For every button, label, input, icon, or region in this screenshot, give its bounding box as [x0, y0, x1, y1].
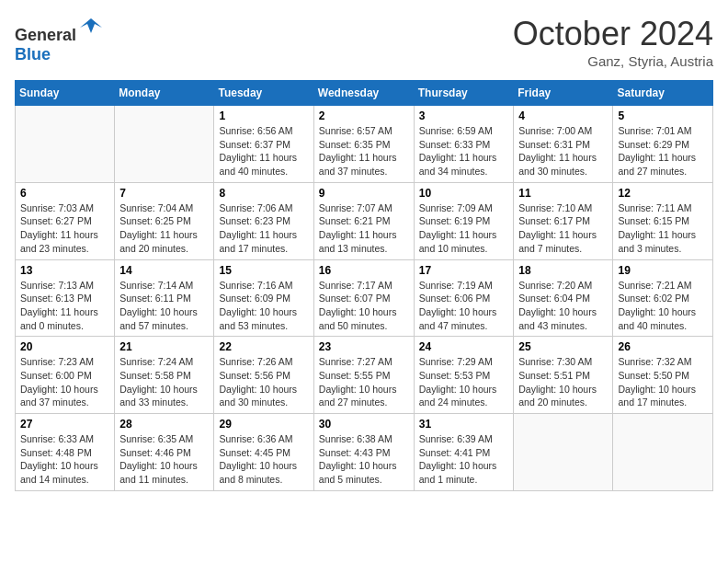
day-info: Sunrise: 7:32 AM Sunset: 5:50 PM Dayligh… [618, 355, 708, 409]
day-info: Sunrise: 7:13 AM Sunset: 6:13 PM Dayligh… [20, 279, 109, 333]
calendar-cell: 13Sunrise: 7:13 AM Sunset: 6:13 PM Dayli… [16, 259, 115, 337]
page-header: General Blue October 2024 Ganz, Styria, … [15, 15, 713, 69]
day-number: 8 [219, 187, 308, 200]
day-number: 19 [618, 264, 708, 277]
day-number: 11 [518, 187, 608, 200]
title-block: October 2024 Ganz, Styria, Austria [513, 15, 713, 69]
day-number: 10 [419, 187, 509, 200]
day-info: Sunrise: 6:57 AM Sunset: 6:35 PM Dayligh… [319, 124, 409, 178]
day-info: Sunrise: 7:24 AM Sunset: 5:58 PM Dayligh… [119, 355, 209, 409]
logo-blue: Blue [15, 45, 51, 63]
day-number: 27 [20, 418, 109, 431]
day-number: 12 [618, 187, 708, 200]
calendar-cell: 5Sunrise: 7:01 AM Sunset: 6:29 PM Daylig… [613, 106, 713, 183]
weekday-header: Friday [514, 81, 613, 106]
day-number: 4 [518, 109, 608, 122]
weekday-header: Thursday [414, 81, 514, 106]
day-number: 17 [419, 264, 509, 277]
day-number: 5 [618, 109, 708, 122]
calendar-week-row: 20Sunrise: 7:23 AM Sunset: 6:00 PM Dayli… [16, 337, 713, 414]
calendar-cell: 15Sunrise: 7:16 AM Sunset: 6:09 PM Dayli… [214, 259, 313, 337]
day-number: 6 [20, 187, 109, 200]
calendar-cell [16, 106, 115, 183]
day-number: 15 [219, 264, 308, 277]
calendar-cell: 22Sunrise: 7:26 AM Sunset: 5:56 PM Dayli… [214, 337, 313, 414]
day-info: Sunrise: 7:11 AM Sunset: 6:15 PM Dayligh… [618, 201, 708, 256]
day-info: Sunrise: 6:33 AM Sunset: 4:48 PM Dayligh… [20, 432, 109, 487]
calendar-cell [115, 106, 214, 183]
day-info: Sunrise: 7:30 AM Sunset: 5:51 PM Dayligh… [518, 355, 608, 409]
calendar-cell: 25Sunrise: 7:30 AM Sunset: 5:51 PM Dayli… [514, 337, 613, 414]
calendar-cell: 31Sunrise: 6:39 AM Sunset: 4:41 PM Dayli… [414, 414, 514, 491]
calendar-cell: 23Sunrise: 7:27 AM Sunset: 5:55 PM Dayli… [313, 337, 414, 414]
day-info: Sunrise: 7:17 AM Sunset: 6:07 PM Dayligh… [319, 279, 409, 333]
day-number: 26 [618, 340, 708, 353]
day-info: Sunrise: 6:36 AM Sunset: 4:45 PM Dayligh… [219, 432, 308, 487]
day-number: 31 [419, 418, 509, 431]
calendar-cell: 4Sunrise: 7:00 AM Sunset: 6:31 PM Daylig… [514, 106, 613, 183]
day-info: Sunrise: 7:07 AM Sunset: 6:21 PM Dayligh… [319, 201, 409, 256]
day-number: 18 [518, 264, 608, 277]
day-info: Sunrise: 6:35 AM Sunset: 4:46 PM Dayligh… [119, 432, 209, 487]
calendar-table: SundayMondayTuesdayWednesdayThursdayFrid… [15, 80, 713, 491]
day-number: 25 [518, 340, 608, 353]
day-number: 14 [119, 264, 209, 277]
calendar-cell: 26Sunrise: 7:32 AM Sunset: 5:50 PM Dayli… [613, 337, 713, 414]
weekday-header: Tuesday [214, 81, 313, 106]
calendar-cell: 12Sunrise: 7:11 AM Sunset: 6:15 PM Dayli… [613, 182, 713, 259]
weekday-header-row: SundayMondayTuesdayWednesdayThursdayFrid… [16, 81, 713, 106]
day-info: Sunrise: 7:26 AM Sunset: 5:56 PM Dayligh… [219, 355, 308, 409]
calendar-week-row: 13Sunrise: 7:13 AM Sunset: 6:13 PM Dayli… [16, 259, 713, 337]
month-title: October 2024 [513, 15, 713, 53]
day-info: Sunrise: 7:00 AM Sunset: 6:31 PM Dayligh… [518, 124, 608, 178]
day-number: 2 [319, 109, 409, 122]
day-info: Sunrise: 7:10 AM Sunset: 6:17 PM Dayligh… [518, 201, 608, 256]
day-info: Sunrise: 7:14 AM Sunset: 6:11 PM Dayligh… [119, 279, 209, 333]
day-info: Sunrise: 7:27 AM Sunset: 5:55 PM Dayligh… [319, 355, 409, 409]
calendar-cell [514, 414, 613, 491]
day-info: Sunrise: 7:04 AM Sunset: 6:25 PM Dayligh… [119, 201, 209, 256]
day-number: 24 [419, 340, 509, 353]
day-info: Sunrise: 6:56 AM Sunset: 6:37 PM Dayligh… [219, 124, 308, 178]
day-info: Sunrise: 7:03 AM Sunset: 6:27 PM Dayligh… [20, 201, 109, 256]
calendar-cell: 2Sunrise: 6:57 AM Sunset: 6:35 PM Daylig… [313, 106, 414, 183]
day-info: Sunrise: 7:16 AM Sunset: 6:09 PM Dayligh… [219, 279, 308, 333]
day-info: Sunrise: 7:21 AM Sunset: 6:02 PM Dayligh… [618, 279, 708, 333]
day-number: 1 [219, 109, 308, 122]
calendar-cell: 14Sunrise: 7:14 AM Sunset: 6:11 PM Dayli… [115, 259, 214, 337]
day-number: 7 [119, 187, 209, 200]
day-number: 22 [219, 340, 308, 353]
day-number: 29 [219, 418, 308, 431]
logo-text: General Blue [15, 15, 104, 64]
day-info: Sunrise: 6:59 AM Sunset: 6:33 PM Dayligh… [419, 124, 509, 178]
day-number: 28 [119, 418, 209, 431]
calendar-week-row: 6Sunrise: 7:03 AM Sunset: 6:27 PM Daylig… [16, 182, 713, 259]
day-number: 30 [319, 418, 409, 431]
calendar-cell: 3Sunrise: 6:59 AM Sunset: 6:33 PM Daylig… [414, 106, 514, 183]
calendar-cell: 8Sunrise: 7:06 AM Sunset: 6:23 PM Daylig… [214, 182, 313, 259]
day-info: Sunrise: 7:29 AM Sunset: 5:53 PM Dayligh… [419, 355, 509, 409]
day-info: Sunrise: 7:23 AM Sunset: 6:00 PM Dayligh… [20, 355, 109, 409]
day-number: 23 [319, 340, 409, 353]
day-number: 21 [119, 340, 209, 353]
day-info: Sunrise: 6:38 AM Sunset: 4:43 PM Dayligh… [319, 432, 409, 487]
day-number: 3 [419, 109, 509, 122]
day-info: Sunrise: 6:39 AM Sunset: 4:41 PM Dayligh… [419, 432, 509, 487]
weekday-header: Wednesday [313, 81, 414, 106]
calendar-cell: 1Sunrise: 6:56 AM Sunset: 6:37 PM Daylig… [214, 106, 313, 183]
day-info: Sunrise: 7:06 AM Sunset: 6:23 PM Dayligh… [219, 201, 308, 256]
calendar-cell: 6Sunrise: 7:03 AM Sunset: 6:27 PM Daylig… [16, 182, 115, 259]
calendar-cell: 27Sunrise: 6:33 AM Sunset: 4:48 PM Dayli… [16, 414, 115, 491]
logo-general: General [15, 26, 76, 44]
weekday-header: Monday [115, 81, 214, 106]
calendar-week-row: 1Sunrise: 6:56 AM Sunset: 6:37 PM Daylig… [16, 106, 713, 183]
calendar-cell: 17Sunrise: 7:19 AM Sunset: 6:06 PM Dayli… [414, 259, 514, 337]
svg-marker-0 [80, 18, 102, 33]
calendar-cell: 18Sunrise: 7:20 AM Sunset: 6:04 PM Dayli… [514, 259, 613, 337]
day-info: Sunrise: 7:01 AM Sunset: 6:29 PM Dayligh… [618, 124, 708, 178]
day-number: 9 [319, 187, 409, 200]
day-number: 20 [20, 340, 109, 353]
calendar-cell: 10Sunrise: 7:09 AM Sunset: 6:19 PM Dayli… [414, 182, 514, 259]
logo-bird-icon [78, 15, 104, 40]
logo: General Blue [15, 15, 104, 64]
